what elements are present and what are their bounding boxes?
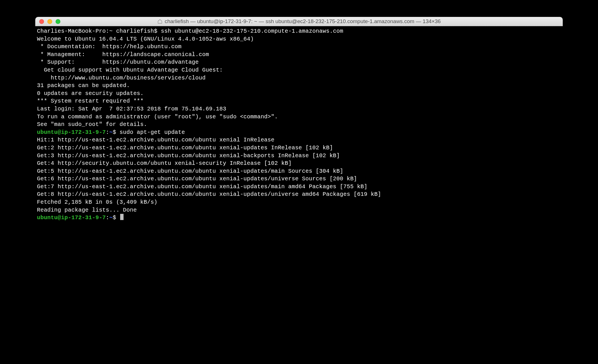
apt-line: Get:2 http://us-east-1.ec2.archive.ubunt… bbox=[37, 144, 561, 152]
motd-line: See "man sudo_root" for details. bbox=[37, 121, 561, 128]
motd-line: Get cloud support with Ubuntu Advantage … bbox=[37, 66, 561, 74]
motd-line: * Support: https://ubuntu.com/advantage bbox=[37, 58, 561, 66]
remote-path: ~ bbox=[109, 129, 113, 136]
local-prompt: Charlies-MacBook-Pro:~ charliefish$ bbox=[37, 28, 161, 34]
cursor-icon[interactable] bbox=[120, 214, 124, 220]
window-title: charliefish — ubuntu@ip-172-31-9-7: ~ — … bbox=[165, 18, 441, 25]
motd-line: 0 updates are security updates. bbox=[37, 90, 561, 97]
ssh-command: ssh ubuntu@ec2-18-232-175-210.compute-1.… bbox=[161, 28, 343, 34]
terminal-window: charliefish — ubuntu@ip-172-31-9-7: ~ — … bbox=[35, 17, 563, 256]
remote-userhost: ubuntu@ip-172-31-9-7 bbox=[37, 129, 106, 136]
motd-line: To run a command as administrator (user … bbox=[37, 113, 561, 121]
prompt-symbol: $ bbox=[113, 129, 119, 136]
apt-line: Get:6 http://us-east-1.ec2.archive.ubunt… bbox=[37, 175, 561, 183]
apt-line: Get:8 http://us-east-1.ec2.archive.ubunt… bbox=[37, 190, 561, 198]
command-input: sudo apt-get update bbox=[120, 129, 185, 136]
prompt-sep: : bbox=[106, 214, 109, 221]
apt-line: Get:4 http://security.ubuntu.com/ubuntu … bbox=[37, 159, 561, 167]
window-title-wrap: charliefish — ubuntu@ip-172-31-9-7: ~ — … bbox=[35, 18, 563, 25]
titlebar[interactable]: charliefish — ubuntu@ip-172-31-9-7: ~ — … bbox=[35, 17, 563, 26]
close-icon[interactable] bbox=[39, 19, 44, 24]
apt-line: Get:7 http://us-east-1.ec2.archive.ubunt… bbox=[37, 183, 561, 191]
prompt-symbol: $ bbox=[113, 214, 119, 221]
remote-userhost: ubuntu@ip-172-31-9-7 bbox=[37, 214, 106, 221]
motd-line: Last login: Sat Apr 7 02:37:53 2018 from… bbox=[37, 105, 561, 113]
zoom-icon[interactable] bbox=[56, 19, 60, 24]
traffic-lights bbox=[35, 19, 60, 24]
apt-line: Reading package lists... Done bbox=[37, 206, 561, 214]
motd-line: * Documentation: https://help.ubuntu.com bbox=[37, 43, 561, 51]
terminal-body[interactable]: Charlies-MacBook-Pro:~ charliefish$ ssh … bbox=[35, 26, 563, 256]
apt-line: Get:3 http://us-east-1.ec2.archive.ubunt… bbox=[37, 152, 561, 160]
apt-line: Fetched 2,185 kB in 0s (3,409 kB/s) bbox=[37, 198, 561, 206]
prompt-sep: : bbox=[106, 129, 109, 136]
apt-line: Get:5 http://us-east-1.ec2.archive.ubunt… bbox=[37, 167, 561, 175]
apt-line: Hit:1 http://us-east-1.ec2.archive.ubunt… bbox=[37, 136, 561, 144]
remote-path: ~ bbox=[109, 214, 113, 221]
motd-line: Welcome to Ubuntu 16.04.4 LTS (GNU/Linux… bbox=[37, 35, 561, 43]
motd-line: *** System restart required *** bbox=[37, 97, 561, 105]
motd-line: * Management: https://landscape.canonica… bbox=[37, 51, 561, 59]
minimize-icon[interactable] bbox=[47, 19, 52, 24]
motd-line: http://www.ubuntu.com/business/services/… bbox=[37, 74, 561, 82]
motd-line: 31 packages can be updated. bbox=[37, 82, 561, 90]
home-icon bbox=[157, 19, 162, 24]
